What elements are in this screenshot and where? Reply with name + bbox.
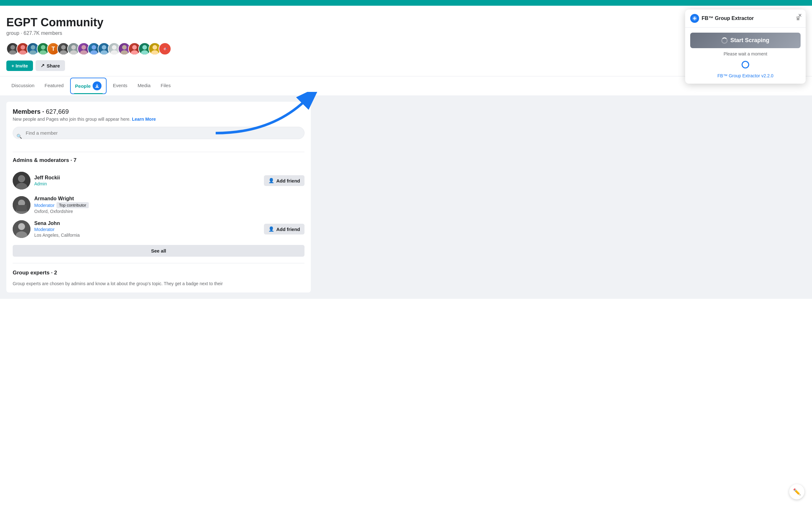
member-name-jeff[interactable]: Jeff Rockii: [34, 175, 60, 181]
people-active-underline: [74, 93, 103, 94]
share-button[interactable]: ↗ Share: [36, 60, 65, 71]
edit-icon: ✏️: [793, 488, 801, 496]
tab-people-wrapper[interactable]: People: [70, 78, 107, 94]
member-info-jeff: Jeff Rockii Admin: [13, 172, 60, 189]
svg-point-21: [120, 50, 128, 55]
avatar[interactable]: 🎯: [159, 43, 171, 55]
tab-files[interactable]: Files: [155, 79, 176, 93]
svg-point-14: [92, 45, 96, 49]
member-row-jeff: Jeff Rockii Admin 👤 Add friend: [13, 169, 305, 193]
member-details-jeff: Jeff Rockii Admin: [34, 175, 60, 186]
top-bar: [0, 0, 812, 6]
add-friend-button-jeff[interactable]: 👤 Add friend: [264, 175, 305, 186]
svg-point-20: [122, 45, 126, 49]
extension-popup: × FB™ Group Extractor ♛ Start Scraping P…: [685, 9, 806, 83]
member-details-armando: Armando Wright Moderator Top contributor…: [34, 196, 89, 214]
svg-point-26: [153, 45, 157, 49]
tab-media[interactable]: Media: [133, 79, 156, 93]
svg-point-16: [102, 45, 106, 49]
svg-point-9: [60, 50, 67, 55]
svg-point-11: [70, 50, 77, 55]
svg-point-4: [31, 45, 35, 49]
loading-spinner: [721, 38, 728, 44]
svg-point-22: [132, 45, 137, 49]
divider: [13, 152, 305, 152]
svg-point-3: [19, 50, 26, 55]
popup-close-button[interactable]: ×: [798, 12, 802, 18]
search-input[interactable]: [13, 127, 305, 139]
svg-point-2: [20, 45, 25, 49]
group-experts-section: Group experts · 2 Group experts are chos…: [13, 270, 305, 286]
member-badges-sena: Moderator: [34, 227, 80, 232]
svg-point-12: [82, 45, 86, 49]
svg-point-8: [61, 45, 66, 49]
svg-point-24: [142, 45, 147, 49]
svg-point-10: [71, 45, 76, 49]
member-info-sena: Sena John Moderator Los Angeles, Califor…: [13, 220, 80, 238]
search-icon: 🔍: [16, 134, 22, 139]
admins-section-header: Admins & moderators · 7: [13, 157, 305, 164]
tab-people-label: People: [75, 83, 91, 89]
popup-title: FB™ Group Extractor: [702, 15, 754, 21]
badge-moderator-armando: Moderator: [34, 203, 55, 208]
progress-dot: [742, 61, 749, 68]
members-count: 627,669: [46, 108, 68, 115]
divider-2: [13, 263, 305, 263]
svg-point-13: [80, 50, 87, 55]
content-area: Members · 627,669 New people and Pages w…: [0, 95, 812, 299]
popup-title-area: FB™ Group Extractor: [690, 14, 754, 23]
svg-point-18: [112, 45, 116, 49]
popup-logo: [690, 14, 699, 23]
member-info-armando: Armando Wright Moderator Top contributor…: [13, 196, 89, 214]
members-title: Members · 627,669: [13, 108, 305, 115]
tab-discussion[interactable]: Discussion: [6, 79, 40, 93]
tab-featured[interactable]: Featured: [40, 79, 69, 93]
start-scraping-label: Start Scraping: [730, 37, 769, 44]
edit-fab-button[interactable]: ✏️: [789, 484, 804, 499]
svg-point-25: [141, 50, 148, 55]
member-avatar-jeff[interactable]: [13, 172, 31, 189]
svg-point-23: [131, 50, 138, 55]
tab-events[interactable]: Events: [108, 79, 133, 93]
group-experts-subtitle: Group experts are chosen by admins and k…: [13, 281, 305, 286]
start-scraping-button[interactable]: Start Scraping: [690, 33, 801, 48]
members-subtitle: New people and Pages who join this group…: [13, 117, 305, 122]
invite-button[interactable]: + Invite: [6, 60, 33, 71]
svg-point-17: [100, 50, 107, 55]
member-row-armando: Armando Wright Moderator Top contributor…: [13, 193, 305, 217]
svg-point-1: [9, 50, 16, 55]
download-icon: [93, 81, 101, 90]
learn-more-link[interactable]: Learn More: [132, 117, 156, 122]
svg-point-5: [29, 50, 37, 55]
member-badges-jeff: Admin: [34, 181, 60, 186]
svg-point-19: [110, 50, 118, 55]
svg-point-6: [41, 45, 45, 49]
group-experts-header: Group experts · 2: [13, 270, 305, 276]
member-location-sena: Los Angeles, California: [34, 233, 80, 238]
member-details-sena: Sena John Moderator Los Angeles, Califor…: [34, 221, 80, 238]
members-section: Members · 627,669 New people and Pages w…: [6, 102, 311, 292]
member-avatar-armando[interactable]: [13, 196, 31, 214]
wait-message: Please wait a moment: [690, 51, 801, 56]
see-all-button[interactable]: See all: [13, 245, 305, 257]
svg-point-0: [10, 45, 15, 49]
svg-point-39: [18, 223, 25, 230]
badge-admin-jeff: Admin: [34, 181, 47, 186]
svg-rect-35: [16, 205, 27, 211]
member-badges-armando: Moderator Top contributor: [34, 202, 89, 208]
svg-point-7: [39, 50, 47, 55]
search-wrapper: 🔍: [13, 127, 305, 146]
person-plus-icon-sena: 👤: [268, 226, 274, 232]
badge-top-contributor-armando: Top contributor: [56, 202, 89, 208]
member-name-armando[interactable]: Armando Wright: [34, 196, 89, 202]
svg-point-27: [151, 50, 158, 55]
tab-people-inner[interactable]: People: [71, 79, 105, 93]
member-location-armando: Oxford, Oxfordshire: [34, 209, 89, 214]
member-name-sena[interactable]: Sena John: [34, 221, 80, 226]
version-link[interactable]: FB™ Group Extractor v2.2.0: [717, 73, 774, 78]
popup-body: Start Scraping Please wait a moment FB™ …: [685, 27, 806, 83]
svg-point-15: [90, 50, 97, 55]
add-friend-button-sena[interactable]: 👤 Add friend: [264, 224, 305, 234]
svg-point-31: [18, 176, 25, 182]
member-avatar-sena[interactable]: [13, 220, 31, 238]
